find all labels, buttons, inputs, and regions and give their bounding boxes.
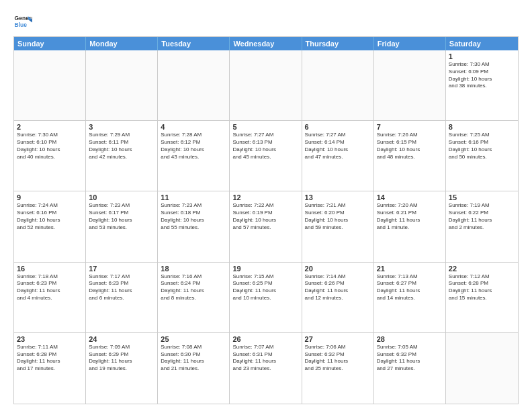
day-info: Sunrise: 7:08 AM Sunset: 6:30 PM Dayligh… (161, 344, 226, 373)
day-number: 28 (377, 335, 443, 343)
calendar-row-2: 2Sunrise: 7:30 AM Sunset: 6:10 PM Daylig… (14, 121, 518, 191)
calendar-cell: 19Sunrise: 7:15 AM Sunset: 6:25 PM Dayli… (230, 263, 302, 332)
logo: General Blue (13, 12, 35, 31)
day-number: 24 (89, 335, 154, 343)
calendar-row-1: 1Sunrise: 7:30 AM Sunset: 6:09 PM Daylig… (14, 50, 518, 121)
calendar-cell: 18Sunrise: 7:16 AM Sunset: 6:24 PM Dayli… (158, 263, 230, 332)
day-number: 25 (161, 335, 226, 343)
weekday-header-friday: Friday (374, 37, 446, 50)
calendar-cell (230, 50, 302, 120)
day-info: Sunrise: 7:17 AM Sunset: 6:23 PM Dayligh… (89, 273, 154, 302)
day-info: Sunrise: 7:23 AM Sunset: 6:18 PM Dayligh… (161, 202, 226, 231)
day-number: 7 (377, 123, 443, 131)
day-number: 21 (377, 265, 443, 273)
calendar-cell: 21Sunrise: 7:13 AM Sunset: 6:27 PM Dayli… (374, 263, 446, 332)
calendar-cell: 27Sunrise: 7:06 AM Sunset: 6:32 PM Dayli… (302, 333, 374, 404)
calendar-cell: 16Sunrise: 7:18 AM Sunset: 6:23 PM Dayli… (14, 263, 86, 332)
calendar-cell: 2Sunrise: 7:30 AM Sunset: 6:10 PM Daylig… (14, 121, 86, 191)
calendar-cell (302, 50, 374, 120)
calendar-cell: 17Sunrise: 7:17 AM Sunset: 6:23 PM Dayli… (86, 263, 158, 332)
calendar-cell: 28Sunrise: 7:05 AM Sunset: 6:32 PM Dayli… (374, 333, 446, 404)
day-info: Sunrise: 7:24 AM Sunset: 6:16 PM Dayligh… (17, 202, 83, 231)
calendar-cell: 7Sunrise: 7:26 AM Sunset: 6:15 PM Daylig… (374, 121, 446, 191)
calendar-cell: 9Sunrise: 7:24 AM Sunset: 6:16 PM Daylig… (14, 191, 86, 261)
day-number: 5 (232, 123, 298, 131)
day-number: 1 (449, 52, 515, 60)
day-number: 3 (89, 123, 154, 131)
day-number: 6 (305, 123, 371, 131)
day-number: 22 (449, 265, 515, 273)
weekday-header-wednesday: Wednesday (230, 37, 302, 50)
logo-icon: General Blue (13, 12, 32, 31)
day-info: Sunrise: 7:05 AM Sunset: 6:32 PM Dayligh… (377, 344, 443, 373)
day-info: Sunrise: 7:06 AM Sunset: 6:32 PM Dayligh… (305, 344, 371, 373)
calendar-cell: 25Sunrise: 7:08 AM Sunset: 6:30 PM Dayli… (158, 333, 230, 404)
day-info: Sunrise: 7:23 AM Sunset: 6:17 PM Dayligh… (89, 202, 154, 231)
calendar-cell: 10Sunrise: 7:23 AM Sunset: 6:17 PM Dayli… (86, 191, 158, 261)
weekday-header-sunday: Sunday (14, 37, 86, 50)
calendar-cell: 1Sunrise: 7:30 AM Sunset: 6:09 PM Daylig… (446, 50, 518, 120)
calendar-header: SundayMondayTuesdayWednesdayThursdayFrid… (14, 37, 518, 50)
day-number: 2 (17, 123, 83, 131)
calendar-cell: 8Sunrise: 7:25 AM Sunset: 6:16 PM Daylig… (446, 121, 518, 191)
calendar: SundayMondayTuesdayWednesdayThursdayFrid… (13, 36, 519, 404)
day-number: 11 (161, 193, 226, 201)
day-info: Sunrise: 7:13 AM Sunset: 6:27 PM Dayligh… (377, 273, 443, 302)
day-number: 20 (305, 265, 371, 273)
day-info: Sunrise: 7:22 AM Sunset: 6:19 PM Dayligh… (232, 202, 298, 231)
day-number: 18 (161, 265, 226, 273)
day-info: Sunrise: 7:11 AM Sunset: 6:28 PM Dayligh… (17, 344, 83, 373)
day-number: 13 (305, 193, 371, 201)
day-info: Sunrise: 7:26 AM Sunset: 6:15 PM Dayligh… (377, 132, 443, 161)
calendar-row-3: 9Sunrise: 7:24 AM Sunset: 6:16 PM Daylig… (14, 191, 518, 262)
day-number: 17 (89, 265, 154, 273)
day-info: Sunrise: 7:16 AM Sunset: 6:24 PM Dayligh… (161, 273, 226, 302)
day-number: 27 (305, 335, 371, 343)
day-number: 15 (449, 193, 515, 201)
day-info: Sunrise: 7:25 AM Sunset: 6:16 PM Dayligh… (449, 132, 515, 161)
day-info: Sunrise: 7:27 AM Sunset: 6:14 PM Dayligh… (305, 132, 371, 161)
day-info: Sunrise: 7:15 AM Sunset: 6:25 PM Dayligh… (232, 273, 298, 302)
day-info: Sunrise: 7:27 AM Sunset: 6:13 PM Dayligh… (232, 132, 298, 161)
calendar-cell: 13Sunrise: 7:21 AM Sunset: 6:20 PM Dayli… (302, 191, 374, 261)
day-number: 9 (17, 193, 83, 201)
calendar-cell (14, 50, 86, 120)
day-info: Sunrise: 7:29 AM Sunset: 6:11 PM Dayligh… (89, 132, 154, 161)
weekday-header-thursday: Thursday (302, 37, 374, 50)
calendar-row-5: 23Sunrise: 7:11 AM Sunset: 6:28 PM Dayli… (14, 333, 518, 404)
day-info: Sunrise: 7:07 AM Sunset: 6:31 PM Dayligh… (232, 344, 298, 373)
calendar-cell: 26Sunrise: 7:07 AM Sunset: 6:31 PM Dayli… (230, 333, 302, 404)
day-info: Sunrise: 7:28 AM Sunset: 6:12 PM Dayligh… (161, 132, 226, 161)
calendar-cell: 23Sunrise: 7:11 AM Sunset: 6:28 PM Dayli… (14, 333, 86, 404)
weekday-header-monday: Monday (86, 37, 158, 50)
calendar-cell: 22Sunrise: 7:12 AM Sunset: 6:28 PM Dayli… (446, 263, 518, 332)
calendar-cell (158, 50, 230, 120)
calendar-cell: 24Sunrise: 7:09 AM Sunset: 6:29 PM Dayli… (86, 333, 158, 404)
calendar-cell: 4Sunrise: 7:28 AM Sunset: 6:12 PM Daylig… (158, 121, 230, 191)
header: General Blue (13, 12, 519, 31)
day-number: 8 (449, 123, 515, 131)
day-number: 19 (232, 265, 298, 273)
page: General Blue SundayMondayTuesdayWednesda… (0, 0, 532, 411)
calendar-cell: 14Sunrise: 7:20 AM Sunset: 6:21 PM Dayli… (374, 191, 446, 261)
calendar-cell: 11Sunrise: 7:23 AM Sunset: 6:18 PM Dayli… (158, 191, 230, 261)
day-number: 14 (377, 193, 443, 201)
calendar-cell (374, 50, 446, 120)
day-number: 4 (161, 123, 226, 131)
day-info: Sunrise: 7:12 AM Sunset: 6:28 PM Dayligh… (449, 273, 515, 302)
day-info: Sunrise: 7:18 AM Sunset: 6:23 PM Dayligh… (17, 273, 83, 302)
day-info: Sunrise: 7:14 AM Sunset: 6:26 PM Dayligh… (305, 273, 371, 302)
calendar-cell: 12Sunrise: 7:22 AM Sunset: 6:19 PM Dayli… (230, 191, 302, 261)
day-info: Sunrise: 7:30 AM Sunset: 6:09 PM Dayligh… (449, 61, 515, 90)
calendar-row-4: 16Sunrise: 7:18 AM Sunset: 6:23 PM Dayli… (14, 263, 518, 333)
day-info: Sunrise: 7:30 AM Sunset: 6:10 PM Dayligh… (17, 132, 83, 161)
day-info: Sunrise: 7:21 AM Sunset: 6:20 PM Dayligh… (305, 202, 371, 231)
calendar-cell: 15Sunrise: 7:19 AM Sunset: 6:22 PM Dayli… (446, 191, 518, 261)
day-number: 12 (232, 193, 298, 201)
weekday-header-tuesday: Tuesday (158, 37, 230, 50)
calendar-cell: 3Sunrise: 7:29 AM Sunset: 6:11 PM Daylig… (86, 121, 158, 191)
day-number: 23 (17, 335, 83, 343)
calendar-cell: 6Sunrise: 7:27 AM Sunset: 6:14 PM Daylig… (302, 121, 374, 191)
day-info: Sunrise: 7:20 AM Sunset: 6:21 PM Dayligh… (377, 202, 443, 231)
calendar-cell: 5Sunrise: 7:27 AM Sunset: 6:13 PM Daylig… (230, 121, 302, 191)
